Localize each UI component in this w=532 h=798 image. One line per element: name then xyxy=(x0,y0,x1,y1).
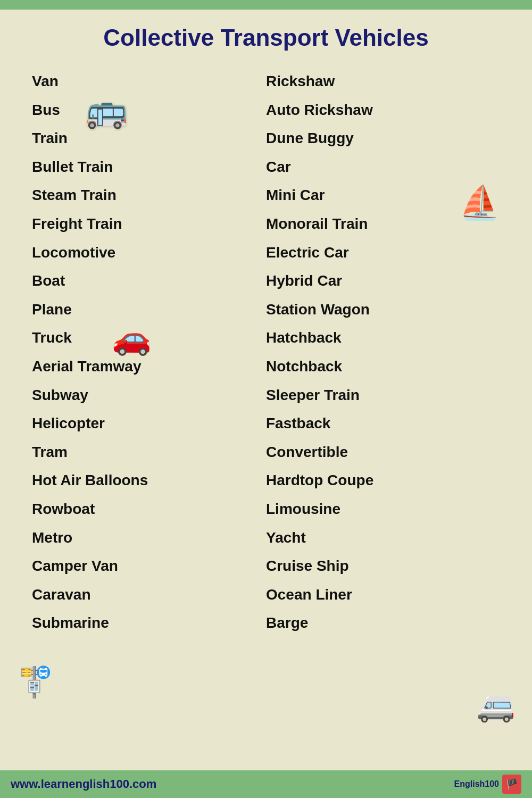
right-item: Cruise Ship xyxy=(266,552,500,580)
left-item: Camper Van xyxy=(32,552,266,580)
left-item: Helicopter xyxy=(32,409,266,438)
right-item: Sleeper Train xyxy=(266,381,500,410)
page-wrapper: Collective Transport Vehicles 🚌 🚗 ⛵ 🚏 🚐 … xyxy=(0,0,532,798)
website-url: www.learnenglish100.com xyxy=(11,777,156,791)
right-item: Auto Rickshaw xyxy=(266,96,500,124)
sailboat-icon: ⛵ xyxy=(459,184,500,222)
left-item: Tram xyxy=(32,438,266,467)
right-item: Ocean Liner xyxy=(266,580,500,609)
right-item: Fastback xyxy=(266,409,500,438)
page-title: Collective Transport Vehicles xyxy=(11,24,521,51)
left-item: Boat xyxy=(32,267,266,295)
left-item: Bullet Train xyxy=(32,153,266,181)
right-item: Electric Car xyxy=(266,238,500,267)
right-item: Notchback xyxy=(266,352,500,381)
right-item: Yacht xyxy=(266,523,500,552)
left-item: Rowboat xyxy=(32,495,266,523)
bus-icon: 🚌 xyxy=(85,90,128,130)
left-item: Caravan xyxy=(32,580,266,609)
brand-logo: 🏴 xyxy=(502,775,521,794)
right-item: Hardtop Coupe xyxy=(266,466,500,495)
brand-label: English100 xyxy=(454,779,499,789)
right-item: Station Wagon xyxy=(266,295,500,324)
right-item: Limousine xyxy=(266,495,500,523)
right-item: Convertible xyxy=(266,438,500,467)
bottom-bar: www.learnenglish100.com English100 🏴 xyxy=(0,770,532,798)
left-item: Train xyxy=(32,124,266,153)
left-item: Metro xyxy=(32,523,266,552)
right-item: Rickshaw xyxy=(266,67,500,96)
left-item: Van xyxy=(32,67,266,96)
right-item: Hatchback xyxy=(266,323,500,352)
right-item: Car xyxy=(266,153,500,181)
right-column: RickshawAuto RickshawDune BuggyCarMini C… xyxy=(266,67,500,637)
right-item: Hybrid Car xyxy=(266,267,500,295)
left-item: Submarine xyxy=(32,609,266,637)
top-banner xyxy=(0,0,532,10)
camper-van-icon: 🚐 xyxy=(477,687,515,724)
left-item: Steam Train xyxy=(32,181,266,210)
left-item: Bus xyxy=(32,96,266,124)
left-item: Hot Air Balloons xyxy=(32,466,266,495)
left-item: Subway xyxy=(32,381,266,410)
right-item: Dune Buggy xyxy=(266,124,500,153)
car-icon: 🚗 xyxy=(112,319,152,357)
title-area: Collective Transport Vehicles xyxy=(0,10,532,62)
bus-stop-icon: 🚏 xyxy=(17,664,54,700)
left-item: Freight Train xyxy=(32,210,266,238)
content-area: VanBusTrainBullet TrainSteam TrainFreigh… xyxy=(0,62,532,648)
left-item: Locomotive xyxy=(32,238,266,267)
right-item: Barge xyxy=(266,609,500,637)
brand-badge: English100 🏴 xyxy=(454,775,521,794)
